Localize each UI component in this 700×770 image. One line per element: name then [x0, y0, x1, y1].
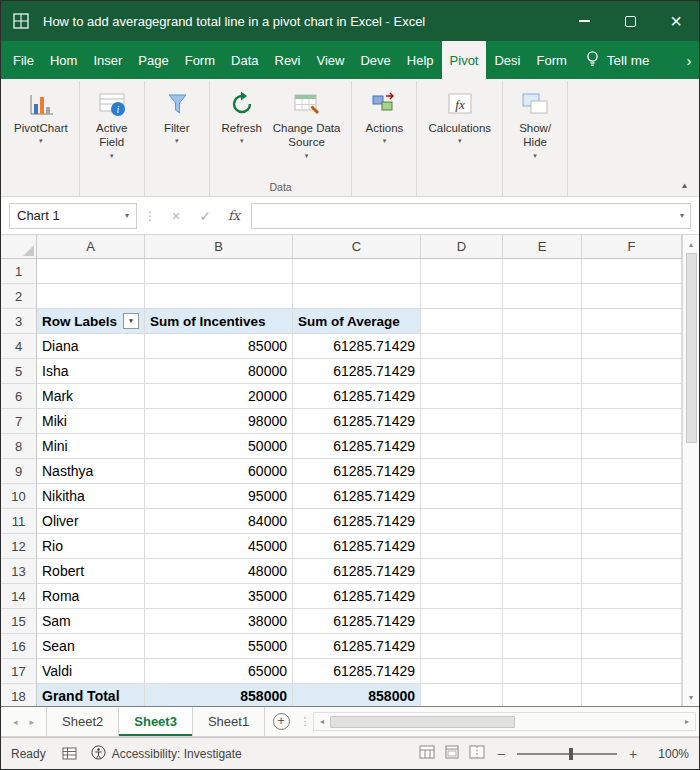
sheet-nav-left-button[interactable]: ◂: [13, 717, 18, 727]
ribbon-tab-pivot[interactable]: Pivot: [442, 41, 487, 79]
close-button[interactable]: ×: [653, 1, 699, 41]
cell-B10[interactable]: 95000: [145, 484, 293, 509]
cell-D18[interactable]: [421, 684, 503, 706]
cell-A13[interactable]: Robert: [37, 559, 145, 584]
cell-E11[interactable]: [503, 509, 582, 534]
cell-A9[interactable]: Nasthya: [37, 459, 145, 484]
cell-F10[interactable]: [582, 484, 682, 509]
cell-C16[interactable]: 61285.71429: [293, 634, 421, 659]
cell-C3[interactable]: Sum of Average: [293, 309, 421, 334]
cell-A17[interactable]: Valdi: [37, 659, 145, 684]
cell-B9[interactable]: 60000: [145, 459, 293, 484]
cell-F14[interactable]: [582, 584, 682, 609]
cell-B12[interactable]: 45000: [145, 534, 293, 559]
cell-B1[interactable]: [145, 259, 293, 284]
cell-A15[interactable]: Sam: [37, 609, 145, 634]
cell-E4[interactable]: [503, 334, 582, 359]
column-header-C[interactable]: C: [293, 235, 421, 259]
cell-C1[interactable]: [293, 259, 421, 284]
filter-button[interactable]: Filter▾: [151, 83, 203, 145]
tab-scrollbar-splitter[interactable]: ⋮: [297, 707, 313, 736]
cell-C18[interactable]: 858000: [293, 684, 421, 706]
minimize-button[interactable]: [561, 1, 607, 41]
cell-C5[interactable]: 61285.71429: [293, 359, 421, 384]
collapse-ribbon-button[interactable]: ▴: [682, 180, 687, 190]
cell-D13[interactable]: [421, 559, 503, 584]
sheet-tab-sheet3[interactable]: Sheet3: [119, 707, 193, 736]
cell-E16[interactable]: [503, 634, 582, 659]
vertical-scrollbar-thumb[interactable]: [686, 253, 697, 443]
cell-A5[interactable]: Isha: [37, 359, 145, 384]
cell-C9[interactable]: 61285.71429: [293, 459, 421, 484]
maximize-button[interactable]: [607, 1, 653, 41]
insert-function-button[interactable]: fx: [222, 208, 246, 223]
cell-D6[interactable]: [421, 384, 503, 409]
cell-C6[interactable]: 61285.71429: [293, 384, 421, 409]
row-header-3[interactable]: 3: [1, 309, 37, 334]
cell-F4[interactable]: [582, 334, 682, 359]
cell-E14[interactable]: [503, 584, 582, 609]
cell-C7[interactable]: 61285.71429: [293, 409, 421, 434]
cell-A12[interactable]: Rio: [37, 534, 145, 559]
row-header-18[interactable]: 18: [1, 684, 37, 706]
cell-C8[interactable]: 61285.71429: [293, 434, 421, 459]
cell-F7[interactable]: [582, 409, 682, 434]
cell-A8[interactable]: Mini: [37, 434, 145, 459]
page-break-preview-button[interactable]: [469, 745, 485, 762]
cell-F13[interactable]: [582, 559, 682, 584]
page-layout-view-button[interactable]: [444, 745, 460, 762]
cell-F17[interactable]: [582, 659, 682, 684]
row-header-13[interactable]: 13: [1, 559, 37, 584]
cell-A14[interactable]: Roma: [37, 584, 145, 609]
zoom-in-button[interactable]: +: [626, 747, 640, 761]
sheet-nav-right-button[interactable]: ▸: [30, 717, 35, 727]
cell-A18[interactable]: Grand Total: [37, 684, 145, 706]
cell-F15[interactable]: [582, 609, 682, 634]
ribbon-tab-hom[interactable]: Hom: [42, 41, 85, 79]
cell-C14[interactable]: 61285.71429: [293, 584, 421, 609]
cell-F2[interactable]: [582, 284, 682, 309]
ribbon-tab-view[interactable]: View: [309, 41, 353, 79]
cell-E5[interactable]: [503, 359, 582, 384]
cell-A10[interactable]: Nikitha: [37, 484, 145, 509]
accessibility-status[interactable]: Accessibility: Investigate: [91, 745, 242, 763]
cell-B6[interactable]: 20000: [145, 384, 293, 409]
row-header-1[interactable]: 1: [1, 259, 37, 284]
cancel-button[interactable]: ×: [164, 208, 188, 224]
row-header-8[interactable]: 8: [1, 434, 37, 459]
cell-D4[interactable]: [421, 334, 503, 359]
ribbon-tab-file[interactable]: File: [5, 41, 42, 79]
cell-F18[interactable]: [582, 684, 682, 706]
cell-A11[interactable]: Oliver: [37, 509, 145, 534]
cell-D16[interactable]: [421, 634, 503, 659]
row-header-4[interactable]: 4: [1, 334, 37, 359]
vertical-scrollbar-track[interactable]: [683, 443, 699, 688]
cell-D1[interactable]: [421, 259, 503, 284]
row-header-7[interactable]: 7: [1, 409, 37, 434]
cell-A1[interactable]: [37, 259, 145, 284]
macro-record-button[interactable]: [62, 747, 77, 760]
cell-D15[interactable]: [421, 609, 503, 634]
column-header-F[interactable]: F: [582, 235, 682, 259]
ribbon-tab-revi[interactable]: Revi: [267, 41, 309, 79]
actions-button[interactable]: Actions▾: [358, 83, 410, 145]
sheet-tab-sheet1[interactable]: Sheet1: [193, 707, 265, 736]
cell-D2[interactable]: [421, 284, 503, 309]
cell-E15[interactable]: [503, 609, 582, 634]
cell-F12[interactable]: [582, 534, 682, 559]
cell-D12[interactable]: [421, 534, 503, 559]
row-header-14[interactable]: 14: [1, 584, 37, 609]
cell-F11[interactable]: [582, 509, 682, 534]
cell-E17[interactable]: [503, 659, 582, 684]
cell-C4[interactable]: 61285.71429: [293, 334, 421, 359]
cell-A3[interactable]: Row Labels▾: [37, 309, 145, 334]
ribbon-tab-desi[interactable]: Desi: [486, 41, 528, 79]
cell-E10[interactable]: [503, 484, 582, 509]
cell-D9[interactable]: [421, 459, 503, 484]
cell-D3[interactable]: [421, 309, 503, 334]
cell-E3[interactable]: [503, 309, 582, 334]
cell-F6[interactable]: [582, 384, 682, 409]
row-header-12[interactable]: 12: [1, 534, 37, 559]
row-header-16[interactable]: 16: [1, 634, 37, 659]
cell-C11[interactable]: 61285.71429: [293, 509, 421, 534]
